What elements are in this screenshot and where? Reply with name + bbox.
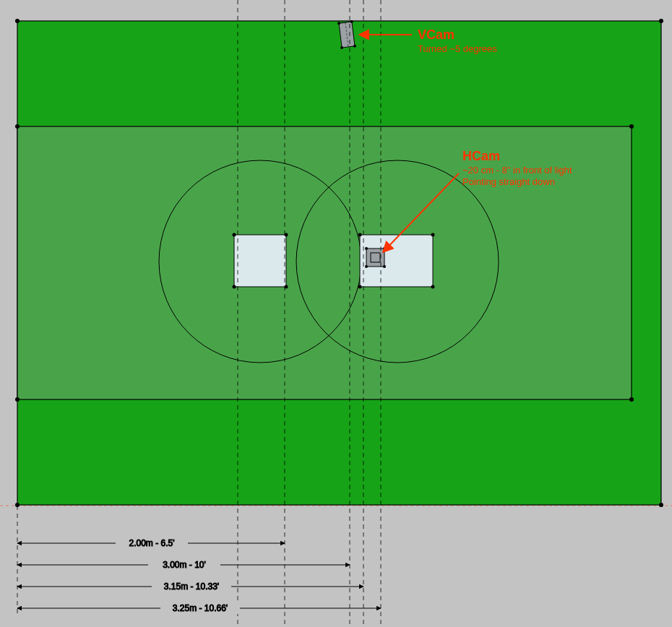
hcam-marker: [365, 247, 386, 268]
dim-label-2: 3.00m - 10': [163, 560, 206, 570]
svg-point-21: [383, 265, 386, 268]
svg-rect-16: [366, 248, 384, 267]
dimension-group: 2.00m - 6.5' 3.00m - 10' 3.15m - 10.33' …: [17, 506, 381, 614]
svg-point-5: [629, 124, 634, 129]
hcam-title: HCam: [462, 149, 500, 163]
svg-point-0: [15, 19, 20, 23]
svg-point-20: [365, 265, 368, 268]
svg-point-8: [233, 233, 236, 237]
svg-point-1: [659, 19, 663, 23]
dim-label-3: 3.15m - 10.33': [164, 581, 219, 592]
svg-point-10: [233, 285, 236, 289]
svg-point-6: [15, 397, 20, 402]
svg-point-18: [365, 247, 368, 250]
svg-point-7: [629, 397, 634, 402]
vcam-sub: Turned ~5 degrees: [418, 43, 497, 54]
dim-row-2: 3.00m - 10': [17, 558, 350, 571]
svg-point-12: [358, 233, 362, 237]
svg-point-3: [659, 503, 663, 507]
dim-label-4: 3.25m - 10.66': [173, 603, 228, 613]
dim-row-1: 2.00m - 6.5': [17, 536, 285, 549]
svg-point-4: [15, 124, 20, 129]
hcam-sub2: Pointing straight down: [462, 176, 555, 187]
hcam-sub1: ~20 cm - 8" in front of light: [462, 165, 572, 176]
svg-point-14: [358, 285, 362, 289]
dim-label-1: 2.00m - 6.5': [129, 538, 175, 548]
diagram-canvas: VCam Turned ~5 degrees HCam ~20 cm - 8" …: [0, 0, 672, 627]
light-box-left: [234, 235, 286, 287]
svg-point-13: [431, 233, 435, 237]
dim-row-3: 3.15m - 10.33': [17, 579, 363, 592]
dim-row-4: 3.25m - 10.66': [17, 601, 381, 614]
vcam-title: VCam: [418, 27, 455, 42]
svg-point-15: [431, 285, 435, 289]
